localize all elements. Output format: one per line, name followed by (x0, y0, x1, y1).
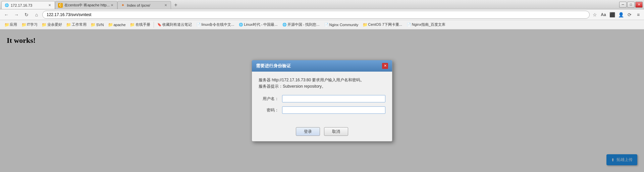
bookmark-folder-icon: 📁 (5, 23, 9, 27)
bookmark-link-icon: 📄 (197, 23, 201, 27)
bookmark-folder-icon: 📁 (363, 23, 367, 27)
bookmark-folder-icon: 📁 (91, 23, 95, 27)
profile-icon[interactable]: 👤 (617, 11, 625, 18)
bookmark-linux命令[interactable]: 📄 linux命令在线中文... (195, 21, 236, 28)
bookmark-SVN[interactable]: 📁 SVN (89, 21, 106, 28)
tab-bar: 🌐 172.17.16.73 ✕ C 在centos中 将apache http… (1, 0, 618, 9)
new-tab-button[interactable]: + (172, 1, 180, 9)
title-bar: 🌐 172.17.16.73 ✕ C 在centos中 将apache http… (0, 0, 644, 9)
auth-modal: 需要进行身份验证 ✕ 服务器 http://172.17.16.73:80 要求… (252, 60, 392, 142)
bookmark-folder-icon: 📁 (130, 23, 135, 27)
password-input[interactable] (282, 106, 385, 114)
tab-2[interactable]: C 在centos中 将apache http... ✕ (55, 1, 117, 9)
navigation-bar: ← → ↻ ⌂ ☆ Aa ⬛ 👤 ⟳ ≡ (0, 9, 644, 20)
modal-description-line2: 服务器提示：Subversion repository。 (259, 83, 385, 90)
bookmark-separator-1 (154, 22, 154, 28)
tab-3-label: Index of /pcre/ (127, 3, 150, 7)
close-button[interactable]: ✕ (635, 2, 643, 8)
password-label: 密码： (259, 107, 279, 113)
tab-3-close[interactable]: ✕ (163, 3, 168, 8)
browser-content: It works! 需要进行身份验证 ✕ 服务器 http://172.17.1… (0, 29, 644, 172)
sync-icon[interactable]: ⟳ (626, 11, 633, 18)
bookmark-folder-icon: 📁 (42, 23, 46, 27)
bookmark-folder-icon: 📁 (22, 23, 26, 27)
bookmark-link-icon: 🔖 (157, 23, 161, 27)
bookmark-star-icon[interactable]: ☆ (591, 11, 598, 18)
modal-title: 需要进行身份验证 (256, 63, 291, 69)
cancel-button[interactable]: 取消 (324, 127, 348, 136)
modal-description: 服务器 http://172.17.16.73:80 要求用户输入用户名和密码。… (259, 77, 385, 90)
bookmarks-bar: 📁 应用 📁 IT学习 📁 业余爱好 📁 工作常用 📁 SVN 📁 apache… (0, 20, 644, 29)
tab-1[interactable]: 🌐 172.17.16.73 ✕ (1, 1, 55, 9)
tab-1-close[interactable]: ✕ (47, 3, 52, 8)
reload-button[interactable]: ↻ (22, 10, 31, 19)
bookmark-apache[interactable]: 📁 apache (106, 21, 127, 28)
bookmark-工作常用[interactable]: 📁 工作常用 (65, 21, 89, 28)
bookmark-linux时代[interactable]: 🌐 Linux时代 - 中国最... (237, 21, 279, 28)
bookmark-业余爱好[interactable]: 📁 业余爱好 (40, 21, 64, 28)
bookmark-开源中国[interactable]: 🌐 开源中国 - 找到您... (280, 21, 322, 28)
bookmark-有道云笔记[interactable]: 🔖 收藏到有道云笔记 (155, 21, 194, 28)
back-button[interactable]: ← (2, 10, 11, 19)
bookmark-centos[interactable]: 📁 CentOS 7下网卡重... (361, 21, 404, 28)
tab-1-label: 172.17.16.73 (11, 3, 32, 7)
nav-icons: ☆ Aa ⬛ 👤 ⟳ ≡ (591, 11, 642, 18)
tab-2-favicon: C (58, 3, 63, 8)
tab-2-label: 在centos中 将apache http... (64, 3, 110, 8)
bookmark-folder-icon: 📁 (67, 23, 71, 27)
bookmark-link-icon: 📄 (407, 23, 411, 27)
password-row: 密码： (259, 106, 385, 114)
modal-header: 需要进行身份验证 ✕ (252, 60, 392, 72)
username-input[interactable] (282, 95, 385, 102)
bookmark-nginx-baidu[interactable]: 📄 Nginx指南_百度文库 (405, 21, 447, 28)
extensions-icon[interactable]: ⬛ (608, 11, 616, 18)
settings-icon[interactable]: ≡ (635, 11, 642, 18)
auth-modal-overlay: 需要进行身份验证 ✕ 服务器 http://172.17.16.73:80 要求… (0, 29, 644, 172)
forward-button[interactable]: → (12, 10, 21, 19)
modal-footer: 登录 取消 (252, 123, 392, 141)
login-button[interactable]: 登录 (296, 127, 320, 136)
bookmark-nginx-community[interactable]: 📄 Nginx Community (322, 21, 361, 28)
maximize-button[interactable]: □ (627, 2, 635, 8)
bookmark-link-icon: 📄 (324, 23, 328, 27)
bookmark-link-icon: 🌐 (239, 23, 243, 27)
bookmark-在线手册[interactable]: 📁 在线手册 (128, 21, 152, 28)
bookmark-应用[interactable]: 📁 应用 (3, 21, 19, 28)
username-label: 用户名： (259, 96, 279, 102)
tab-3[interactable]: ✦ Index of /pcre/ ✕ (117, 1, 171, 9)
bookmark-IT学习[interactable]: 📁 IT学习 (20, 21, 40, 28)
minimize-button[interactable]: ─ (619, 2, 627, 8)
font-icon[interactable]: Aa (600, 11, 607, 18)
modal-body: 服务器 http://172.17.16.73:80 要求用户输入用户名和密码。… (252, 72, 392, 123)
bookmark-folder-icon: 📁 (108, 23, 112, 27)
tab-1-favicon: 🌐 (4, 3, 9, 8)
tab-2-close[interactable]: ✕ (110, 3, 114, 8)
modal-description-line1: 服务器 http://172.17.16.73:80 要求用户输入用户名和密码。 (259, 77, 385, 83)
modal-close-button[interactable]: ✕ (382, 63, 388, 69)
home-button[interactable]: ⌂ (32, 10, 41, 19)
address-bar[interactable] (42, 11, 590, 19)
bookmark-link-icon: 🌐 (282, 23, 286, 27)
username-row: 用户名： (259, 95, 385, 102)
window-controls: ─ □ ✕ (619, 2, 643, 8)
tab-3-favicon: ✦ (120, 3, 125, 8)
